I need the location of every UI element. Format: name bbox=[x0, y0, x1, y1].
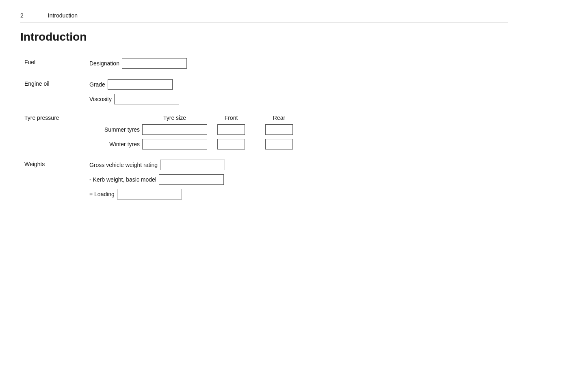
page-number: 2 bbox=[20, 12, 24, 19]
summer-tyres-label: Summer tyres bbox=[89, 126, 142, 133]
grade-input[interactable] bbox=[108, 79, 173, 90]
loading-input[interactable] bbox=[117, 189, 182, 199]
winter-tyre-size-input[interactable] bbox=[142, 139, 207, 149]
rear-header: Rear bbox=[265, 115, 293, 121]
tyre-pressure-label: Tyre pressure bbox=[24, 115, 89, 121]
designation-input[interactable] bbox=[122, 58, 187, 69]
viscosity-input[interactable] bbox=[114, 94, 179, 104]
summer-front-input[interactable] bbox=[217, 124, 245, 135]
summer-tyre-size-input[interactable] bbox=[142, 124, 207, 135]
kerb-weight-row: - Kerb weight, basic model bbox=[89, 174, 225, 185]
tyre-size-header: Tyre size bbox=[142, 115, 207, 121]
fuel-fields: Designation bbox=[89, 58, 187, 69]
designation-row: Designation bbox=[89, 58, 187, 69]
content-area: Fuel Designation Engine oil Grade bbox=[20, 58, 508, 199]
engine-oil-fields: Grade Viscosity bbox=[89, 79, 179, 104]
weights-label: Weights bbox=[24, 160, 89, 167]
gross-weight-row: Gross vehicle weight rating bbox=[89, 160, 225, 170]
front-header: Front bbox=[217, 115, 245, 121]
weights-section: Weights Gross vehicle weight rating - Ke… bbox=[24, 160, 508, 199]
grade-row: Grade bbox=[89, 79, 179, 90]
kerb-label: - Kerb weight, basic model bbox=[89, 176, 159, 183]
main-title: Introduction bbox=[20, 30, 508, 43]
loading-row: = Loading bbox=[89, 189, 225, 199]
engine-oil-row: Engine oil Grade Viscosity bbox=[24, 79, 508, 104]
header-bar: 2 Introduction bbox=[20, 12, 508, 22]
tyre-pressure-section: Tyre pressure Tyre size Front Rear Summe… bbox=[24, 115, 508, 149]
loading-label: = Loading bbox=[89, 191, 117, 197]
winter-front-input[interactable] bbox=[217, 139, 245, 149]
gross-label: Gross vehicle weight rating bbox=[89, 162, 160, 168]
gross-weight-input[interactable] bbox=[160, 160, 225, 170]
winter-tyres-label: Winter tyres bbox=[89, 141, 142, 147]
winter-rear-input[interactable] bbox=[265, 139, 293, 149]
fuel-label: Fuel bbox=[24, 58, 89, 65]
engine-oil-section: Engine oil Grade Viscosity bbox=[24, 79, 508, 104]
grade-label: Grade bbox=[89, 81, 108, 88]
kerb-weight-input[interactable] bbox=[159, 174, 224, 185]
engine-oil-label: Engine oil bbox=[24, 79, 89, 87]
summer-rear-input[interactable] bbox=[265, 124, 293, 135]
fuel-section: Fuel Designation bbox=[24, 58, 508, 69]
fuel-row: Fuel Designation bbox=[24, 58, 508, 69]
viscosity-label: Viscosity bbox=[89, 96, 114, 102]
viscosity-row: Viscosity bbox=[89, 94, 179, 104]
weights-fields: Gross vehicle weight rating - Kerb weigh… bbox=[89, 160, 225, 199]
header-title: Introduction bbox=[48, 12, 78, 19]
designation-label: Designation bbox=[89, 60, 122, 67]
